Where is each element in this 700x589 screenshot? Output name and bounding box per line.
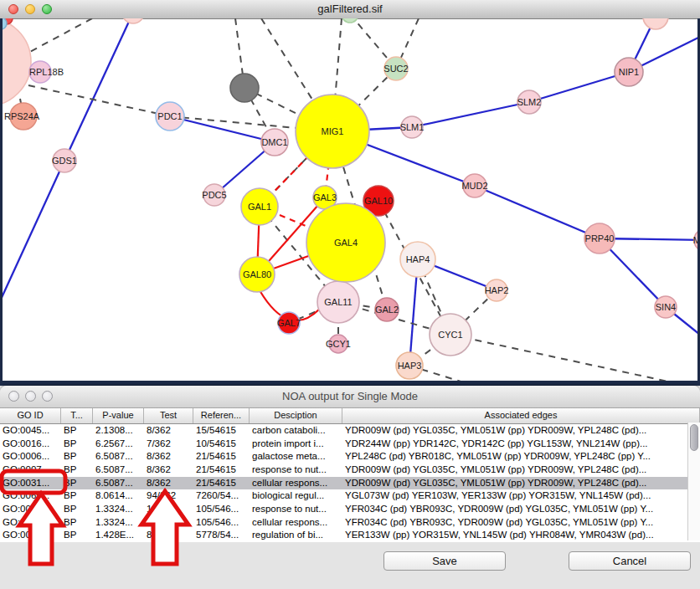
cell-type: BP [61,489,93,503]
node-SUC2[interactable]: SUC2 [383,57,408,80]
cell-go_id: GO:0045... [0,424,61,438]
node-PDC1[interactable]: PDC1 [156,102,184,131]
cell-p_value: 6.5087... [93,450,144,464]
cell-description: response to nut... [250,464,342,477]
node-RPS24A[interactable]: RPS24A [4,103,40,130]
zoom-button-icon[interactable] [42,391,53,402]
table-row[interactable]: GO:0006...BP6.5087...8/36221/54615galact… [0,450,688,464]
node-PRP40[interactable]: PRP40 [584,223,615,254]
cell-go_id: GO:0031... [0,477,61,490]
cell-go_id: GO:0050... [0,529,61,542]
cell-edges: YDR009W (pd) YGL035C, YML051W (pp) YDR00… [342,464,688,477]
save-button[interactable]: Save [383,551,506,571]
node-gray-node[interactable] [230,74,259,102]
node-HAP2[interactable]: HAP2 [485,279,509,301]
node-label: SUC2 [383,64,408,74]
node-label: GAL7 [277,318,301,328]
node-label: GAL80 [243,269,271,279]
minimize-button-icon[interactable] [25,391,36,402]
table-row[interactable]: GO:0045...BP2.1308...8/36215/54615carbon… [0,424,688,438]
node-MIG1[interactable]: MIG1 [296,95,369,168]
zoom-button-icon[interactable] [42,4,52,14]
cell-edges: YFR034C (pd) YBR093C, YDR009W (pd) YGL03… [342,503,688,516]
table-row[interactable]: GO:0031...BP6.5087...8/36221/54615cellul… [0,477,688,490]
node-GCY1[interactable]: GCY1 [326,335,351,353]
node-SLM1[interactable]: SLM1 [400,116,425,138]
node-label: RPS24A [4,111,40,121]
cell-p_value: 6.5087... [93,464,144,477]
column-header-5[interactable]: Desciption [250,408,342,423]
column-header-1[interactable]: T... [61,408,93,423]
cell-reference: 21/54615 [193,464,250,477]
node-label: MUD2 [461,181,487,191]
close-button-icon[interactable] [8,4,18,14]
cell-edges: YDR009W (pd) YGL035C, YML051W (pp) YDR00… [342,477,688,490]
node-GAL1[interactable]: GAL1 [241,188,278,225]
node-PDC5[interactable]: PDC5 [202,184,226,206]
node-bigpink[interactable] [0,18,31,106]
cell-reference: 105/546... [193,503,250,516]
node-label: SIN4 [656,302,676,312]
table-row[interactable]: GO:0016...BP6.2567...7/36210/54615protei… [0,438,688,451]
node-label: NIP1 [619,67,639,77]
node-CYC1[interactable]: CYC1 [430,314,471,356]
node-GDS1[interactable]: GDS1 [52,149,77,172]
node-GAL11[interactable]: GAL11 [317,281,359,323]
node-label: GAL3 [313,192,337,202]
cell-description: regulation of bi... [250,529,342,542]
table-row[interactable]: GO:0031...BP1.3324...11/362105/546...cel… [0,516,688,530]
node-label: PDC1 [157,111,182,121]
cell-description: carbon cataboli... [250,424,342,438]
node-label: HAP3 [398,361,422,371]
scrollbar-thumb[interactable] [690,424,698,451]
cell-edges: YGL073W (pd) YER103W, YER133W (pp) YOR31… [342,489,688,503]
column-header-6[interactable]: Associated edges [342,408,700,423]
node-SIN4[interactable]: SIN4 [655,296,677,318]
node-cut-pink-a[interactable] [122,18,144,23]
noa-window-title: NOA output for Single Mode [0,386,700,407]
node-label: HAP2 [485,285,509,295]
network-titlebar[interactable]: galFiltered.sif [0,0,700,19]
cell-test: 80/362 [144,529,193,542]
column-header-4[interactable]: Referen... [193,408,250,423]
minimize-button-icon[interactable] [25,4,35,14]
table-body: GO:0045...BP2.1308...8/36215/54615carbon… [0,424,700,542]
cell-test: 8/362 [144,450,193,464]
node-HAP3[interactable]: HAP3 [396,352,423,379]
close-button-icon[interactable] [8,391,19,402]
node-GAL4[interactable]: GAL4 [306,203,385,282]
cell-p_value: 8.0614... [93,489,144,503]
column-header-3[interactable]: Test [144,408,193,423]
node-RPL18B[interactable]: RPL18B [29,61,64,83]
node-label: GCY1 [326,339,351,349]
node-cut-pink-b[interactable] [643,18,668,29]
edge [0,161,64,301]
table-row[interactable]: GO:0031...BP1.3324...11/362105/546...res… [0,503,688,516]
node-SLM2[interactable]: SLM2 [517,90,542,114]
column-header-2[interactable]: P-value [93,408,144,423]
node-cut-green[interactable] [342,18,358,23]
cell-test: 8/362 [144,464,193,477]
cell-go_id: GO:0006... [0,450,61,464]
cell-type: BP [61,450,93,464]
cancel-button[interactable]: Cancel [569,551,691,571]
table-row[interactable]: GO:0007...BP6.5087...8/36221/54615respon… [0,464,688,477]
node-MUD2[interactable]: MUD2 [461,174,487,197]
node-NIP1[interactable]: NIP1 [615,58,643,86]
cell-test: 8/362 [144,477,193,490]
node-GAL2[interactable]: GAL2 [375,298,399,321]
table-row[interactable]: GO:0065...BP8.0614...94/3627260/54...bio… [0,489,688,503]
cell-description: galactose meta... [250,450,342,464]
table-row[interactable]: GO:0050...BP1.428E...80/3625778/54...reg… [0,529,688,542]
column-header-0[interactable]: GO ID [0,408,61,423]
cell-reference: 15/54615 [193,424,250,438]
cell-go_id: GO:0065... [0,489,61,503]
network-canvas[interactable]: RPL18BRPS24AGDS1PDC1PDC5DMC1SUC2SLM1SLM2… [0,18,700,386]
node-DMC1[interactable]: DMC1 [261,129,288,156]
noa-titlebar[interactable]: NOA output for Single Mode [0,386,700,408]
cell-reference: 5778/54... [193,529,250,542]
node-GAL80[interactable]: GAL80 [239,257,275,292]
node-HAP4[interactable]: HAP4 [400,242,435,277]
node-GAL7[interactable]: GAL7 [277,312,301,334]
vertical-scrollbar[interactable] [687,423,700,540]
